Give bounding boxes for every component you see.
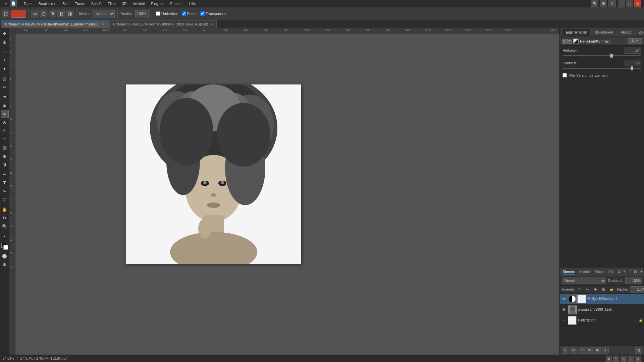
umkehren-checkbox[interactable] (156, 11, 160, 16)
tab-0[interactable]: Unbenannt-4 bei 24,6% (Helligkeit/Kontra… (1, 20, 109, 28)
search-button[interactable]: 🔍 (591, 0, 598, 7)
tool-rotate-view[interactable]: ↻ (1, 214, 9, 222)
menu-ebene[interactable]: Ebene (72, 1, 88, 6)
workspace-button[interactable]: ⚙ (600, 0, 607, 7)
menu-bearbeiten[interactable]: Bearbeiten (36, 1, 59, 6)
tool-crop[interactable]: ⊠ (1, 75, 9, 83)
tab-1-close[interactable]: ✕ (210, 22, 214, 26)
tool-eraser[interactable]: ◻ (1, 135, 9, 143)
menu-3d[interactable]: 3D (119, 1, 129, 6)
prop-tab-bibliotheken[interactable]: Bibliotheken (591, 29, 616, 36)
menu-datei[interactable]: Datei (21, 1, 35, 6)
prop-tab-zeichen[interactable]: Zeichen (635, 29, 644, 36)
tool-gradient[interactable]: ▤ (1, 143, 9, 152)
panel-tab-ebenen[interactable]: Ebenen (562, 269, 575, 275)
opacity-input[interactable] (135, 10, 150, 17)
new-layer-button[interactable]: + (602, 347, 609, 354)
status-bottom-icon-1[interactable]: ⊞ (606, 356, 612, 362)
layer-item-0[interactable]: 👁 Helligkeit/Kontrast (560, 294, 644, 304)
share-button[interactable]: ⇪ (608, 0, 616, 7)
layer-1-visibility[interactable]: 👁 (561, 307, 567, 312)
menu-hilfe[interactable]: Hilfe (186, 1, 199, 6)
minimize-button[interactable]: ─ (618, 0, 625, 7)
status-bottom-icon-4[interactable]: ◻ (628, 356, 634, 362)
tool-eyedropper[interactable]: ⚗ (1, 93, 9, 101)
contrast-input[interactable] (625, 60, 641, 66)
mode-select[interactable]: Normal (93, 10, 115, 17)
tool-slice[interactable]: ✂ (1, 83, 9, 91)
layers-header-icon-3[interactable]: T (628, 269, 632, 275)
foreground-color-swatch[interactable] (11, 10, 25, 18)
menu-bild[interactable]: Bild (60, 1, 71, 6)
tool-option-1[interactable]: ▭ (31, 10, 39, 17)
tool-shape[interactable]: ⬡ (1, 195, 9, 203)
layers-header-icon-1[interactable]: ⧉ (617, 269, 621, 275)
eye-icon[interactable]: 👁 (567, 39, 572, 44)
fill-layer-button[interactable]: 👁 (586, 347, 593, 354)
brightness-input[interactable] (625, 47, 641, 54)
add-mask-button[interactable]: ⊙ (570, 347, 577, 354)
menu-plugins[interactable]: Plug-ins (148, 1, 167, 6)
status-bottom-icon-2[interactable]: ✎ (613, 356, 619, 362)
tab-0-close[interactable]: ✕ (101, 22, 105, 26)
tool-option-3[interactable]: ⊞ (49, 10, 56, 17)
menu-schrift[interactable]: Schrift (89, 1, 104, 6)
new-layer-button[interactable]: ◫ (2, 10, 9, 17)
image-canvas[interactable] (126, 84, 301, 264)
tool-quick-mask[interactable]: ⬤ (1, 252, 9, 260)
contrast-slider-track[interactable] (562, 68, 641, 69)
tool-blur[interactable]: ◉ (1, 152, 9, 160)
layer-2-visibility[interactable]: 👁 (561, 318, 567, 323)
tool-rect-select[interactable]: ▭ (1, 48, 9, 56)
status-bottom-icon-3[interactable]: ◫ (621, 356, 627, 362)
brightness-slider-thumb[interactable] (610, 54, 613, 58)
menu-filter[interactable]: Filter (105, 1, 118, 6)
lock-position-icon[interactable]: ✥ (592, 286, 599, 293)
layer-item-1[interactable]: 👁 woman-1439909_1920 (560, 304, 644, 315)
tool-option-5[interactable]: ◨ (66, 10, 73, 17)
panel-tab-3d[interactable]: 3D (608, 269, 613, 275)
lock-all-icon[interactable]: 🔒 (608, 286, 615, 293)
tool-hand[interactable]: ✋ (1, 205, 9, 214)
close-button[interactable]: ✕ (634, 0, 641, 7)
layer-0-visibility[interactable]: 👁 (561, 296, 567, 302)
layers-header-icon-4[interactable]: ▤ (633, 269, 638, 275)
tool-patch[interactable]: ⊕ (1, 102, 9, 110)
lock-artboard-icon[interactable]: ⊞ (600, 286, 607, 293)
tool-magic-wand[interactable]: ✦ (1, 65, 9, 73)
home-button[interactable]: ⌂ (3, 0, 9, 7)
old-version-checkbox[interactable] (562, 73, 567, 77)
tool-screen-mode[interactable]: ⊞ (1, 260, 9, 268)
tool-history-brush[interactable]: ↶ (1, 127, 9, 135)
tool-misc1[interactable]: ⋯ (1, 232, 9, 240)
menu-fenster[interactable]: Fenster (168, 1, 185, 6)
tool-pen[interactable]: ✒ (1, 170, 9, 178)
contrast-slider-thumb[interactable] (631, 66, 633, 70)
opacity-field[interactable] (625, 278, 642, 284)
tool-lasso[interactable]: ⌖ (1, 56, 9, 64)
layer-item-2[interactable]: 👁 Hintergrund 🔒 (560, 315, 644, 326)
panel-tab-pfade[interactable]: Pfade (595, 269, 604, 275)
tool-option-4[interactable]: ◧ (57, 10, 65, 17)
tool-option-2[interactable]: ▢ (40, 10, 47, 17)
status-bottom-icon-5[interactable]: ⊕ (635, 356, 641, 362)
panel-tab-kanaele[interactable]: Kanäle (579, 269, 591, 275)
delete-layer-button[interactable]: 🗑 (635, 347, 642, 354)
tool-brush[interactable]: ✏ (1, 110, 9, 118)
brightness-slider-track[interactable] (562, 55, 641, 56)
auto-button[interactable]: Auto (628, 38, 642, 44)
recent-docs-button[interactable]: 📄 (10, 0, 17, 7)
clip-icon[interactable]: ⊥ (562, 39, 567, 44)
maximize-button[interactable]: □ (626, 0, 633, 7)
tool-clone[interactable]: ⊙ (1, 118, 9, 126)
lock-image-icon[interactable]: ✏ (584, 286, 591, 293)
tool-move[interactable]: ✥ (1, 29, 9, 38)
layers-header-icon-5[interactable]: ✦ (639, 269, 644, 275)
tool-zoom[interactable]: 🔍 (1, 222, 9, 230)
prop-tab-absatz[interactable]: Absatz (618, 29, 635, 36)
dither-checkbox[interactable] (182, 11, 186, 16)
tab-1[interactable]: Unbenannt-5 bei 158% (woman-2003647_1920… (109, 20, 217, 28)
tool-artboard[interactable]: ⊞ (1, 38, 9, 46)
new-group-button[interactable]: ⊞ (594, 347, 601, 354)
tool-path-select[interactable]: ⤷ (1, 187, 9, 195)
